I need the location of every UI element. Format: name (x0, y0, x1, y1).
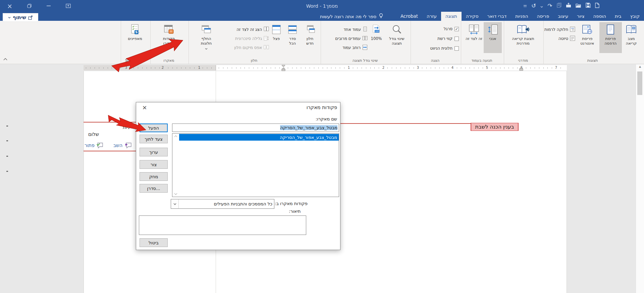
collapse-ribbon-icon[interactable] (3, 55, 7, 62)
draft-view-icon (570, 36, 575, 42)
chevron-down-icon[interactable] (171, 199, 179, 208)
tab-draw[interactable]: ציור (573, 12, 589, 21)
web-layout-icon (582, 23, 592, 36)
email-icon[interactable] (566, 3, 571, 9)
ruler-number: 5 (485, 65, 489, 70)
open-icon[interactable] (576, 3, 581, 9)
checkbox-unchecked-icon (454, 37, 459, 41)
create-button[interactable]: צור (140, 160, 168, 169)
tab-references[interactable]: הפניות (511, 12, 532, 21)
multiple-pages-button[interactable]: עמודים מרובים (335, 35, 368, 42)
ruler-number: 1 (197, 65, 201, 70)
scrollbar-thumb[interactable] (637, 71, 642, 95)
delete-button-label: מחק (149, 174, 158, 179)
tab-file[interactable]: קובץ (626, 12, 644, 21)
zoom-label: שינוי גודל תצוגה (386, 37, 407, 46)
cancel-button[interactable]: ביטול (140, 238, 168, 247)
reply-comment-link[interactable]: השב (113, 142, 132, 149)
run-button[interactable]: הפעל (140, 124, 168, 132)
macro-name-input[interactable]: מבטל_צבע_אפור_של_הסריקה (172, 124, 339, 132)
navigation-pane-checkbox[interactable]: חלונית הניווט (430, 45, 459, 52)
vertical-scrollbar[interactable]: ▲ (636, 64, 644, 293)
one-page-button[interactable]: עמוד אחד (335, 26, 368, 33)
tab-help[interactable]: עזרה (422, 12, 441, 21)
tab-layout[interactable]: פריסה (532, 12, 553, 21)
organizer-button[interactable]: סדרן... (140, 184, 168, 193)
edit-button[interactable]: ערוך (140, 148, 168, 156)
group-label-views: תצוגות (544, 58, 641, 63)
properties-button[interactable]: S מאפיינים (122, 22, 148, 53)
group-label-show: הצגה (411, 58, 460, 63)
outline-view-button[interactable]: חלוקה לרמות (544, 26, 575, 33)
step-into-button[interactable]: צעד לתוך (140, 135, 168, 143)
switch-windows-button[interactable]: החלף חלונות (197, 22, 216, 53)
web-layout-label: פריסת אינטרנט (577, 37, 598, 46)
modern-reading-view-button[interactable]: תצוגת קריאה מודרנית (506, 22, 541, 53)
view-side-by-side-button[interactable]: הצג זה לצד זה (216, 26, 269, 33)
side-to-side-icon (469, 23, 479, 36)
new-window-button[interactable]: חלון חדש (301, 22, 319, 53)
zoom-icon (392, 23, 402, 36)
new-document-icon[interactable] (595, 3, 599, 9)
dialog-close-icon[interactable]: ✕ (141, 104, 148, 111)
ruler-number: 4 (450, 65, 454, 70)
indent-marker[interactable] (281, 65, 285, 71)
page-width-button[interactable]: רוחב עמוד (335, 44, 368, 51)
macros-label: פקודות מאקרו (157, 37, 181, 46)
macro-list[interactable]: מבטל_צבע_אפור_של_הסריקה (172, 133, 339, 197)
redo-icon[interactable]: ↷ (547, 3, 552, 9)
description-box[interactable] (139, 215, 306, 235)
tab-review[interactable]: סקירה (462, 12, 483, 21)
tab-design[interactable]: עיצוב (553, 12, 573, 21)
macros-button[interactable]: פקודות מאקרו (156, 22, 182, 53)
tab-mailings[interactable]: דברי דואר (483, 12, 511, 21)
read-mode-button[interactable]: מצב קריאה (622, 22, 641, 53)
tab-view[interactable]: תצוגה (441, 12, 462, 21)
macros-in-dropdown[interactable]: כל המסמכים והתבניות הפעילים (171, 199, 274, 209)
macro-list-item-selected[interactable]: מבטל_צבע_אפור_של_הסריקה (179, 134, 339, 141)
vertical-label: אנכי (489, 37, 496, 41)
horizontal-ruler[interactable]: 1 2 3 1 2 3 4 5 6 7 (0, 64, 644, 71)
tab-home[interactable]: בית (610, 12, 626, 21)
chevron-down-icon (8, 17, 11, 18)
navigation-pane-checkbox-label: חלונית הניווט (430, 46, 452, 51)
vertical-button[interactable]: אנכי (484, 22, 502, 53)
svg-text:S: S (135, 31, 137, 34)
description-label: תיאור: (289, 209, 301, 214)
tab-acrobat[interactable]: Acrobat (396, 12, 422, 21)
resolve-comment-link[interactable]: פתור (85, 142, 104, 149)
group-label-macros: מאקרו (151, 58, 187, 63)
run-button-label: הפעל (148, 126, 159, 131)
outline-view-label: חלוקה לרמות (544, 27, 568, 32)
undo-icon[interactable]: ↺ (531, 3, 536, 9)
split-button[interactable]: פצל (269, 22, 284, 53)
gridlines-checkbox[interactable]: קווי רשת (430, 35, 459, 42)
highlighted-heading[interactable]: בענין הכנה לשבת (471, 123, 519, 131)
print-layout-button[interactable]: פריסת הדפסה (599, 22, 622, 53)
delete-button[interactable]: מחק (140, 172, 168, 181)
ribbon: מצב קריאה פריסת הדפסה פריסת אינטרנט (0, 21, 644, 64)
save-icon[interactable] (586, 3, 591, 9)
zoom-button[interactable]: שינוי גודל תצוגה (385, 22, 409, 53)
tell-me-box[interactable]: ספר לי מה אתה רוצה לעשות (320, 12, 383, 21)
group-label-modern: מודרני (504, 58, 542, 63)
ribbon-tabs: קובץ בית הוספה ציור עיצוב פריסה הפניות ד… (393, 12, 644, 21)
ruler-checkbox-label: סרגל (444, 27, 452, 31)
scroll-up-icon (174, 135, 177, 137)
undo-dropdown-icon[interactable] (540, 3, 543, 9)
draft-view-button[interactable]: טיוטה (544, 35, 575, 42)
reset-window-position-button: אפס מיקום חלון (216, 44, 269, 51)
switch-windows-icon (201, 23, 212, 36)
list-scrollbar[interactable] (173, 134, 179, 196)
zoom-100-button[interactable]: 100 100% (368, 22, 385, 53)
web-layout-button[interactable]: פריסת אינטרנט (575, 22, 599, 53)
scroll-up-icon[interactable]: ▲ (636, 65, 644, 68)
arrange-all-button[interactable]: סדר הכל (284, 22, 301, 53)
ruler-checkbox[interactable]: ✓ סרגל (430, 26, 459, 32)
tab-insert[interactable]: הוספה (589, 12, 610, 21)
indent-marker[interactable] (519, 67, 523, 71)
customize-quick-access-toolbar-icon[interactable] (523, 3, 527, 9)
reply-comment-icon (124, 142, 132, 149)
side-to-side-button[interactable]: זה לצד זה (464, 22, 484, 53)
share-button[interactable]: שיתוף (3, 13, 38, 22)
